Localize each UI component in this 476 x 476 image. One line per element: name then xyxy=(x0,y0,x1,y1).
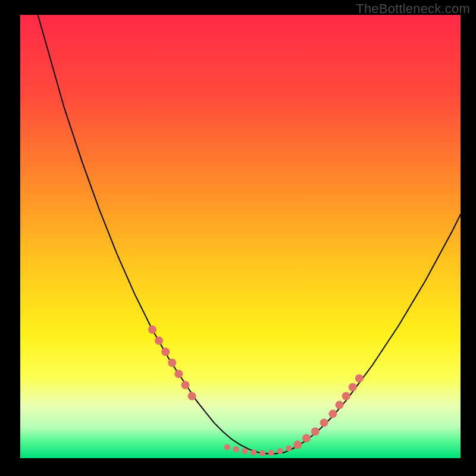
highlight-dot xyxy=(268,450,274,456)
highlight-dot xyxy=(181,381,190,389)
highlight-dot xyxy=(233,446,239,452)
highlight-dot xyxy=(259,450,265,456)
chart-frame: TheBottleneck.com xyxy=(0,0,476,476)
highlight-dot xyxy=(336,401,344,409)
highlight-dot xyxy=(320,418,328,427)
highlight-dot xyxy=(355,374,364,383)
highlight-dot xyxy=(328,410,337,418)
highlight-dot xyxy=(155,337,163,345)
highlight-dot xyxy=(293,441,302,449)
highlight-dot xyxy=(188,392,196,400)
highlight-dot xyxy=(174,370,183,378)
highlight-dot xyxy=(161,347,170,356)
plot-svg xyxy=(20,15,461,458)
highlight-dot xyxy=(148,325,156,334)
highlight-dot xyxy=(242,448,248,454)
highlight-dot xyxy=(286,446,292,452)
highlight-dot xyxy=(250,449,256,455)
highlight-dot xyxy=(311,427,320,436)
highlight-dot xyxy=(302,434,311,443)
bottleneck-curve xyxy=(38,15,461,454)
plot-area xyxy=(20,15,461,458)
highlight-dot xyxy=(342,392,350,400)
highlight-dot xyxy=(349,383,357,392)
highlight-dot xyxy=(224,444,230,450)
watermark-text: TheBottleneck.com xyxy=(356,1,470,17)
highlight-dot xyxy=(168,359,176,367)
highlight-dot xyxy=(277,448,283,454)
